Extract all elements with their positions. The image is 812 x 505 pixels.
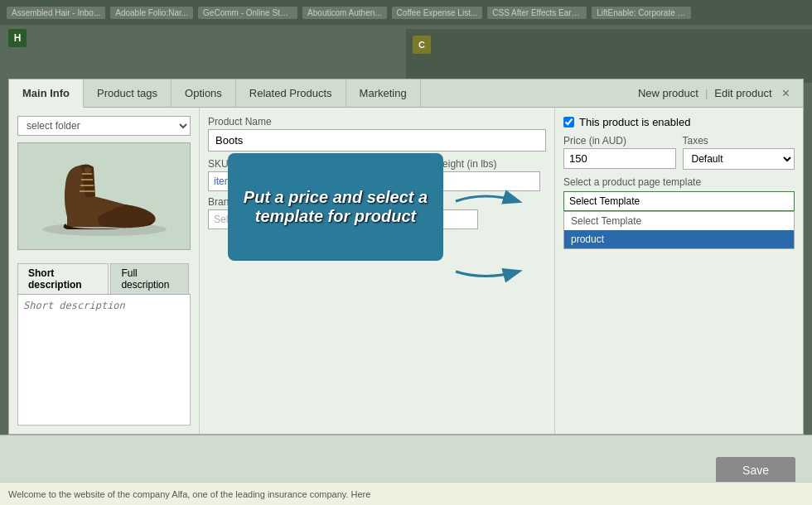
template-section: Select a product page template Select Te… — [563, 176, 795, 249]
template-label: Select a product page template — [563, 176, 795, 188]
short-description-input[interactable] — [17, 295, 191, 426]
website-text: Welcome to the website of the company Al… — [8, 489, 370, 499]
template-dropdown: Select Template product — [563, 211, 795, 249]
website-bar: Welcome to the website of the company Al… — [0, 482, 812, 505]
template-option-placeholder[interactable]: Select Template — [564, 212, 794, 230]
left-panel: select folder — [9, 108, 200, 434]
product-name-label: Product Name — [208, 116, 546, 127]
template-select[interactable]: Select Template product — [563, 191, 795, 211]
header-divider: | — [705, 87, 708, 99]
right-panel: This product is enabled Price (in AUD) T… — [554, 108, 803, 434]
taxes-select[interactable]: Default — [683, 148, 795, 170]
callout-text: Put a price and select a template for pr… — [241, 188, 430, 226]
header-right: New product | Edit product × — [628, 79, 803, 107]
tab-related-products[interactable]: Related Products — [236, 79, 346, 107]
browser-tab-3[interactable]: GeComm - Online Stor... — [198, 7, 297, 19]
desc-tab-bar: Short description Full description — [17, 263, 191, 295]
h-button[interactable]: H — [8, 29, 27, 47]
taxes-group: Taxes Default — [683, 135, 795, 170]
weight-label: Weight (in lbs) — [433, 158, 546, 170]
enabled-label: This product is enabled — [579, 116, 690, 128]
folder-select[interactable]: select folder — [17, 116, 191, 136]
tab-product-tags[interactable]: Product tags — [84, 79, 172, 107]
browser-tab-1[interactable]: Assembled Hair - Inbo... — [7, 7, 105, 19]
weight-group: Weight (in lbs) — [433, 158, 546, 191]
c-button[interactable]: C — [413, 36, 431, 54]
browser-tab-2[interactable]: Adoable Folio:Nar... — [110, 7, 193, 19]
c-box: C — [406, 29, 812, 83]
price-input[interactable] — [563, 148, 676, 169]
tab-marketing[interactable]: Marketing — [346, 79, 421, 107]
tab-main-info[interactable]: Main Info — [9, 79, 84, 108]
tab-options[interactable]: Options — [172, 79, 236, 107]
product-name-input[interactable] — [208, 129, 546, 152]
arrow-price-icon — [452, 187, 526, 216]
folder-select-wrapper[interactable]: select folder — [17, 116, 191, 136]
browser-tab-7[interactable]: LiftEnable: Corporate a... — [592, 7, 691, 19]
tab-full-description[interactable]: Full description — [110, 263, 189, 294]
enabled-checkbox[interactable] — [563, 117, 574, 127]
template-option-product[interactable]: product — [564, 230, 794, 248]
price-group: Price (in AUD) — [563, 135, 676, 170]
callout-box: Put a price and select a template for pr… — [228, 153, 443, 261]
taxes-label: Taxes — [683, 135, 795, 147]
close-button[interactable]: × — [779, 86, 793, 101]
browser-tab-5[interactable]: Coffee Expense List... — [392, 7, 483, 19]
browser-tab-bar: Assembled Hair - Inbo... Adoable Folio:N… — [0, 0, 812, 25]
tab-short-description[interactable]: Short description — [17, 263, 109, 294]
edit-product-label: Edit product — [714, 87, 771, 99]
save-button[interactable]: Save — [716, 457, 795, 483]
browser-tab-6[interactable]: CSS After Effects Earn... — [487, 7, 587, 19]
tab-bar: Main Info Product tags Options Related P… — [9, 79, 803, 108]
enabled-row: This product is enabled — [563, 116, 795, 128]
product-image — [17, 142, 191, 250]
browser-tab-4[interactable]: Abouticom Authen... — [302, 7, 387, 19]
description-section: Short description Full description — [17, 260, 191, 426]
price-taxes-row: Price (in AUD) Taxes Default — [563, 135, 795, 170]
price-label: Price (in AUD) — [563, 135, 676, 147]
new-product-label: New product — [638, 87, 698, 99]
arrow-template-icon — [452, 257, 526, 286]
